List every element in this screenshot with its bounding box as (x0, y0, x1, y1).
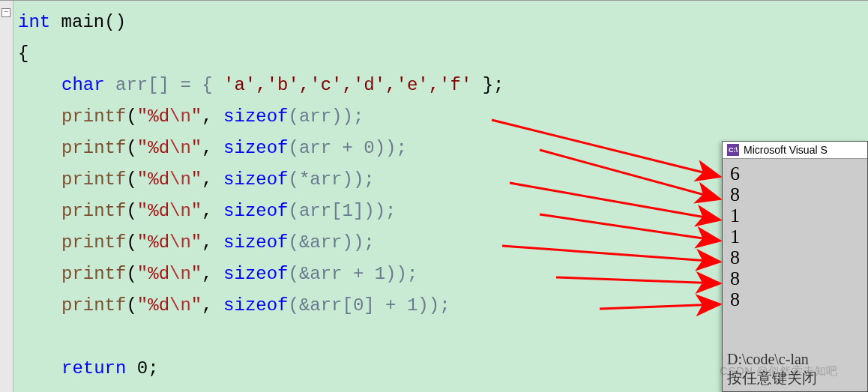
fmt-close: " (191, 169, 202, 190)
esc: \n (169, 169, 191, 190)
printf: printf (61, 295, 126, 316)
fmt-close: " (191, 264, 202, 284)
code-line-1: int main() (0, 7, 868, 38)
brace-open: { (18, 43, 28, 64)
fmt-close: " (191, 295, 202, 316)
code-line-2: { (0, 38, 868, 70)
sizeof: sizeof (223, 264, 288, 284)
arg: (&arr + 1)); (289, 264, 418, 284)
esc: \n (169, 138, 191, 158)
text-main: main() (50, 12, 126, 32)
esc: \n (169, 295, 191, 316)
output-line: 6 (730, 163, 860, 184)
comma: , (202, 232, 223, 253)
printf: printf (61, 169, 126, 190)
fmt-close: " (191, 138, 202, 158)
printf: printf (61, 264, 126, 284)
comma: , (202, 138, 223, 158)
console-titlebar[interactable]: C:\ Microsoft Visual S (723, 142, 867, 159)
sizeof: sizeof (223, 169, 288, 190)
fmt: "%d (137, 169, 169, 190)
watermark: CSDN @似然索未知吧 (720, 364, 838, 379)
console-output: 6 8 1 1 8 8 8 (723, 159, 867, 315)
printf: printf (61, 138, 126, 158)
vs-icon: C:\ (727, 144, 739, 156)
paren: ( (126, 232, 136, 253)
sizeof: sizeof (223, 201, 288, 221)
comma: , (202, 264, 223, 284)
output-line: 1 (730, 226, 860, 247)
decl-end: }; (471, 75, 504, 95)
fmt: "%d (137, 295, 169, 316)
fmt: "%d (137, 264, 169, 284)
comma: , (202, 106, 223, 127)
paren: ( (126, 138, 136, 158)
return-val: 0; (126, 358, 158, 379)
fmt-close: " (191, 201, 202, 221)
decl-var: arr[] = { (105, 75, 223, 95)
comma: , (202, 295, 223, 316)
esc: \n (169, 264, 191, 284)
arg: (arr[1])); (289, 201, 397, 221)
printf: printf (61, 201, 126, 221)
comma: , (202, 169, 223, 190)
console-window[interactable]: C:\ Microsoft Visual S 6 8 1 1 8 8 8 D:\… (722, 141, 868, 392)
sizeof: sizeof (223, 106, 288, 127)
fold-icon[interactable]: − (1, 8, 10, 17)
printf: printf (61, 232, 126, 253)
paren: ( (126, 264, 136, 284)
code-line-4: printf("%d\n", sizeof(arr)); (0, 101, 868, 133)
sizeof: sizeof (223, 232, 288, 253)
fmt: "%d (137, 106, 169, 127)
output-line: 1 (730, 205, 860, 226)
paren: ( (126, 295, 136, 316)
output-line: 8 (730, 184, 860, 205)
char-literals: 'a','b','c','d','e','f' (223, 75, 471, 95)
comma: , (202, 201, 223, 221)
fmt: "%d (137, 232, 169, 253)
output-line: 8 (730, 268, 860, 289)
paren: ( (126, 106, 136, 127)
keyword-int: int (18, 12, 50, 32)
output-line: 8 (730, 247, 860, 268)
code-line-3: char arr[] = { 'a','b','c','d','e','f' }… (0, 70, 868, 101)
keyword-char: char (61, 75, 105, 95)
output-line: 8 (730, 289, 860, 310)
esc: \n (169, 106, 191, 127)
printf: printf (61, 106, 126, 127)
sizeof: sizeof (223, 295, 288, 316)
sizeof: sizeof (223, 138, 288, 158)
fmt: "%d (137, 201, 169, 221)
esc: \n (169, 232, 191, 253)
arg: (&arr)); (289, 232, 375, 253)
fmt-close: " (191, 106, 202, 127)
arg: (arr)); (289, 106, 364, 127)
esc: \n (169, 201, 191, 221)
arg: (arr + 0)); (289, 138, 407, 158)
keyword-return: return (61, 358, 126, 379)
console-title-text: Microsoft Visual S (744, 144, 828, 156)
paren: ( (126, 201, 136, 221)
arg: (*arr)); (289, 169, 375, 190)
arg: (&arr[0] + 1)); (289, 295, 450, 316)
paren: ( (126, 169, 136, 190)
gutter: − (0, 1, 13, 392)
fmt: "%d (137, 138, 169, 158)
fmt-close: " (191, 232, 202, 253)
